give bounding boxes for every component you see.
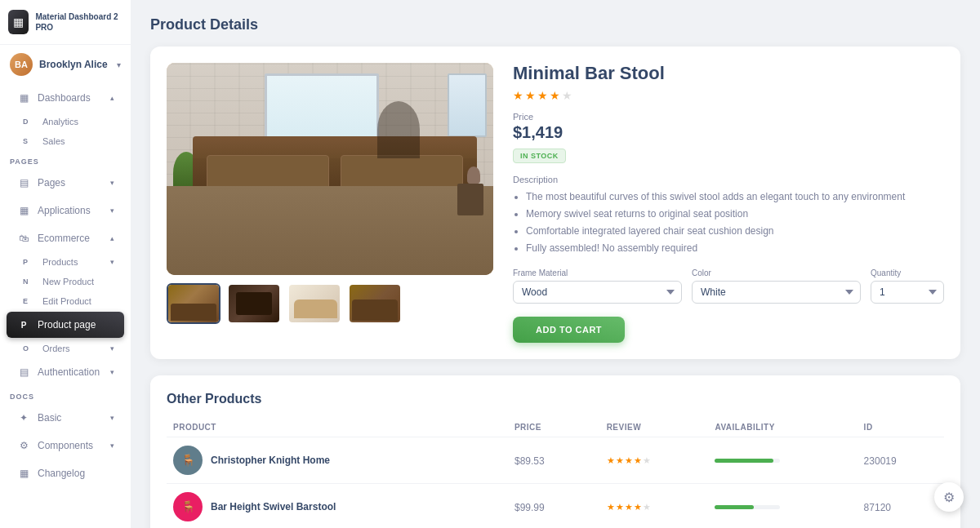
availability-cell xyxy=(708,437,857,484)
star-4: ★ xyxy=(634,455,642,466)
star-2: ★ xyxy=(525,89,536,102)
product-price: $89.53 xyxy=(514,455,545,467)
star-1: ★ xyxy=(607,455,615,466)
sidebar-item-products[interactable]: P Products ▾ xyxy=(7,253,124,271)
sidebar-item-ecommerce[interactable]: 🛍 Ecommerce ▴ xyxy=(7,225,124,251)
product-row-name: Christopher Knight Home xyxy=(211,455,330,466)
col-header-id: ID xyxy=(858,418,944,437)
app-title: Material Dashboard 2 PRO xyxy=(35,11,122,33)
star-2: ★ xyxy=(616,502,624,512)
availability-bar xyxy=(715,505,780,509)
product-id: 87120 xyxy=(864,502,891,513)
star-1: ★ xyxy=(513,89,523,102)
user-menu[interactable]: BA Brooklyn Alice ▾ xyxy=(0,45,131,84)
sidebar-item-basic[interactable]: ✦ Basic ▾ xyxy=(7,405,124,431)
table-row: 🪑 Bar Height Swivel Barstool $99.99 ★★★★… xyxy=(167,484,944,529)
row-stars: ★★★★★ xyxy=(607,502,702,512)
product-info: Minimal Bar Stool ★ ★ ★ ★ ★ Price $1,419… xyxy=(513,63,944,343)
star-3: ★ xyxy=(625,455,633,466)
thumbnail-3[interactable] xyxy=(287,283,341,324)
product-detail-card: Minimal Bar Stool ★ ★ ★ ★ ★ Price $1,419… xyxy=(150,47,960,359)
sidebar-item-edit-product[interactable]: E Edit Product xyxy=(7,292,124,310)
sidebar-item-pages[interactable]: ▤ Pages ▾ xyxy=(7,170,124,196)
quantity-group: Quantity 1 2 3 xyxy=(871,268,944,304)
sidebar-item-label: Pages xyxy=(38,177,104,189)
chevron-up-icon: ▴ xyxy=(110,94,114,102)
description-label: Description xyxy=(513,175,944,184)
sidebar-item-label: Basic xyxy=(38,412,104,424)
price-label: Price xyxy=(513,112,944,122)
chevron-up-icon: ▴ xyxy=(110,234,114,242)
sidebar-item-analytics[interactable]: D Analytics xyxy=(7,113,124,131)
price-cell: $99.99 xyxy=(508,484,600,529)
star-2: ★ xyxy=(616,455,624,466)
sidebar-logo: ▦ Material Dashboard 2 PRO xyxy=(0,0,131,45)
sidebar-item-orders[interactable]: O Orders ▾ xyxy=(7,339,124,357)
basic-icon: ✦ xyxy=(16,410,31,425)
thumbnail-1[interactable] xyxy=(167,283,220,324)
chevron-down-icon: ▾ xyxy=(110,441,114,450)
ecommerce-icon: 🛍 xyxy=(16,231,31,246)
review-cell: ★★★★★ xyxy=(600,437,709,484)
page-title: Product Details xyxy=(150,16,960,33)
thumbnail-4[interactable] xyxy=(348,283,402,324)
sidebar-item-dashboards[interactable]: ▦ Dashboards ▴ xyxy=(7,85,124,111)
id-cell: 87120 xyxy=(858,484,944,529)
star-5: ★ xyxy=(643,455,651,466)
sidebar-item-label: Dashboards xyxy=(38,92,104,104)
sidebar-item-components[interactable]: ⚙ Components ▾ xyxy=(7,433,124,459)
frame-material-label: Frame Material xyxy=(513,268,682,277)
sidebar-item-label: Authentication xyxy=(38,366,104,378)
user-chevron-icon: ▾ xyxy=(117,60,121,69)
sidebar-item-label: Products xyxy=(42,257,78,267)
sidebar-item-new-product[interactable]: N New Product xyxy=(7,273,124,291)
color-group: Color White Black Brown xyxy=(692,268,861,304)
sidebar-item-label: Product page xyxy=(38,319,114,331)
description-item: Memory swivel seat returns to original s… xyxy=(526,206,944,221)
col-header-product: PRODUCT xyxy=(167,418,508,437)
other-products-title: Other Products xyxy=(167,392,944,406)
description-list: The most beautiful curves of this swivel… xyxy=(513,189,944,255)
product-stars: ★ ★ ★ ★ ★ xyxy=(513,89,944,102)
availability-fill xyxy=(715,459,773,463)
logo-icon: ▦ xyxy=(8,10,29,34)
star-3: ★ xyxy=(625,502,633,512)
col-header-price: PRICE xyxy=(508,418,600,437)
settings-fab[interactable]: ⚙ xyxy=(934,482,964,512)
sidebar-item-changelog[interactable]: ▦ Changelog xyxy=(7,460,124,486)
thumbnail-2[interactable] xyxy=(227,283,281,324)
products-table: PRODUCT PRICE REVIEW AVAILABILITY ID 🪑 C… xyxy=(167,418,944,528)
col-header-review: REVIEW xyxy=(600,418,709,437)
components-icon: ⚙ xyxy=(16,438,31,453)
product-name: Minimal Bar Stool xyxy=(513,63,944,84)
sidebar-item-label: Applications xyxy=(38,205,104,216)
chevron-down-icon: ▾ xyxy=(110,368,114,376)
star-5: ★ xyxy=(562,89,572,102)
row-stars: ★★★★★ xyxy=(607,455,702,466)
product-price: $99.99 xyxy=(514,502,545,513)
product-cell: 🪑 Bar Height Swivel Barstool xyxy=(167,484,508,529)
description-item: Fully assembled! No assembly required xyxy=(526,241,944,255)
add-to-cart-button[interactable]: ADD TO CART xyxy=(513,317,625,343)
star-1: ★ xyxy=(607,502,615,512)
sidebar-item-applications[interactable]: ▦ Applications ▾ xyxy=(7,197,124,224)
color-select[interactable]: White Black Brown xyxy=(692,281,861,304)
sidebar: ▦ Material Dashboard 2 PRO BA Brooklyn A… xyxy=(0,0,131,528)
quantity-select[interactable]: 1 2 3 xyxy=(871,281,944,304)
settings-icon: ⚙ xyxy=(943,490,955,505)
frame-material-select[interactable]: Wood Metal xyxy=(513,281,682,304)
availability-bar xyxy=(715,459,780,463)
thumbnail-row xyxy=(167,283,493,324)
stock-status-badge: IN STOCK xyxy=(513,149,566,163)
availability-cell xyxy=(708,484,857,529)
product-id: 230019 xyxy=(864,455,897,467)
product-row-name: Bar Height Swivel Barstool xyxy=(211,501,336,512)
sidebar-item-label: Changelog xyxy=(38,468,114,479)
apps-icon: ▦ xyxy=(16,203,31,218)
quantity-label: Quantity xyxy=(871,268,944,277)
sidebar-item-sales[interactable]: S Sales xyxy=(7,132,124,150)
id-cell: 230019 xyxy=(858,437,944,484)
sidebar-item-authentication[interactable]: ▤ Authentication ▾ xyxy=(7,359,124,385)
sidebar-item-product-page[interactable]: P Product page xyxy=(7,312,124,338)
review-cell: ★★★★★ xyxy=(600,484,709,529)
